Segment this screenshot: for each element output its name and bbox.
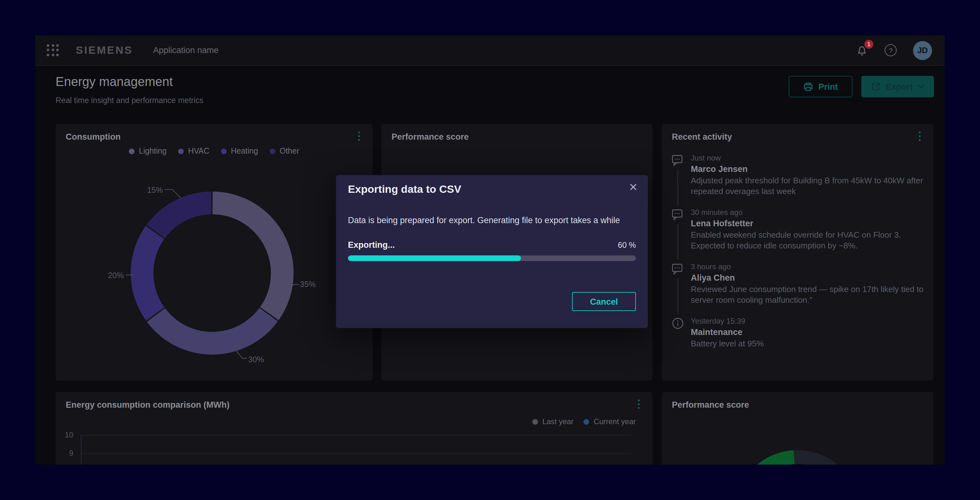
header-actions: 1 ? JD [856, 41, 932, 60]
notifications-button[interactable]: 1 [856, 44, 868, 57]
card-title: Consumption [66, 132, 121, 142]
export-icon [870, 81, 881, 92]
y-tick-9: 9 [57, 449, 73, 458]
close-icon[interactable]: ✕ [629, 182, 638, 193]
card-title: Performance score [391, 132, 469, 142]
application-name: Application name [153, 46, 218, 55]
page-title: Energy management [56, 75, 173, 89]
user-avatar[interactable]: JD [913, 41, 932, 60]
legend-dot [129, 148, 135, 154]
legend-dot [269, 148, 275, 154]
legend-label: Other [279, 147, 299, 155]
gridline [81, 435, 632, 436]
activity-description: Adjusted peak threshold for Building B f… [691, 175, 924, 196]
export-button[interactable]: Export [861, 76, 934, 97]
legend-label: Current year [594, 417, 636, 426]
activity-description: Battery level at 95% [691, 338, 924, 349]
kebab-menu-icon[interactable] [914, 131, 924, 144]
activity-time: 3 hours ago [691, 262, 924, 272]
legend-label: HVAC [188, 147, 210, 155]
activity-time: Yesterday 15:39 [691, 316, 924, 327]
activity-time: 30 minutes ago [691, 207, 924, 218]
card-title: Energy consumption comparison (MWh) [66, 400, 229, 410]
top-navigation-bar: SIEMENS Application name 1 ? JD [35, 35, 945, 66]
activity-description: Enabled weekend schedule override for HV… [691, 230, 924, 251]
legend-dot [584, 419, 589, 425]
gridline [81, 453, 632, 454]
progress-bar-fill [348, 256, 520, 261]
print-button[interactable]: Print [789, 76, 853, 97]
activity-name: Maintenance [691, 327, 924, 338]
timeline-connector [678, 224, 678, 260]
legend-label: Last year [542, 417, 574, 426]
legend-item[interactable]: Lighting [129, 147, 167, 155]
activity-list: Just nowMarco JensenAdjusted peak thresh… [672, 153, 924, 359]
kebab-menu-icon[interactable] [633, 399, 643, 412]
legend-item[interactable]: Heating [221, 147, 258, 155]
recent-activity-card: Recent activity Just nowMarco JensenAdju… [662, 124, 933, 380]
modal-message: Data is being prepared for export. Gener… [348, 216, 636, 225]
activity-name: Aliya Chen [691, 272, 924, 284]
consumption-card: Consumption LightingHVACHeatingOther 35%… [56, 124, 372, 380]
donut-label-30: 30% [248, 355, 264, 364]
donut-label-15: 15% [135, 186, 163, 195]
chat-bubble-icon [672, 263, 684, 275]
consumption-legend: LightingHVACHeatingOther [56, 147, 372, 155]
printer-icon [803, 81, 813, 92]
consumption-donut-chart [127, 188, 298, 358]
legend-dot [532, 419, 538, 425]
y-tick-10: 10 [57, 430, 73, 439]
page-subtitle: Real time insight and performance metric… [56, 96, 203, 105]
comparison-legend: Last yearCurrent year [532, 417, 636, 426]
activity-time: Just now [691, 153, 924, 164]
legend-label: Lighting [139, 147, 167, 155]
progress-header: Exporting... 60 % [348, 240, 636, 250]
export-modal: Exporting data to CSV ✕ Data is being pr… [336, 175, 648, 328]
timeline-connector [678, 278, 678, 314]
cancel-button[interactable]: Cancel [572, 292, 636, 311]
legend-item[interactable]: HVAC [178, 147, 210, 155]
screen: SIEMENS Application name 1 ? JD Energy m… [0, 0, 980, 500]
help-button[interactable]: ? [885, 44, 897, 56]
legend-dot [178, 148, 184, 154]
chat-bubble-icon [672, 209, 684, 220]
gauge-value: 48 [662, 462, 933, 465]
app-launcher-icon[interactable] [47, 44, 59, 57]
activity-name: Marco Jensen [691, 164, 924, 175]
kebab-menu-icon[interactable] [353, 131, 364, 144]
modal-title: Exporting data to CSV [348, 183, 461, 196]
activity-item: Just nowMarco JensenAdjusted peak thresh… [672, 153, 924, 196]
performance-score-card-bottom: Performance score 48 [662, 392, 933, 465]
activity-item: 3 hours agoAliya ChenReviewed June consu… [672, 262, 924, 305]
chat-bubble-icon [672, 154, 684, 166]
progress-label: Exporting... [348, 240, 395, 250]
legend-item[interactable]: Other [269, 147, 299, 155]
card-title: Recent activity [672, 132, 732, 142]
donut-label-20: 20% [96, 271, 124, 280]
activity-description: Reviewed June consumption trend — spike … [691, 284, 924, 305]
chevron-down-icon [918, 84, 925, 89]
donut-label-35: 35% [300, 280, 316, 289]
legend-dot [221, 148, 226, 154]
legend-item[interactable]: Last year [532, 417, 574, 426]
siemens-logo: SIEMENS [76, 44, 133, 57]
timeline-connector [678, 169, 678, 205]
activity-item: Yesterday 15:39MaintenanceBattery level … [672, 316, 924, 349]
info-icon [672, 317, 684, 329]
energy-comparison-card: Energy consumption comparison (MWh) Last… [56, 392, 652, 465]
legend-label: Heating [231, 147, 258, 155]
y-axis-line [81, 435, 81, 465]
progress-percentage: 60 % [618, 241, 636, 250]
notification-badge: 1 [864, 40, 873, 48]
activity-name: Lena Hofstetter [691, 218, 924, 230]
legend-item[interactable]: Current year [584, 417, 636, 426]
card-title: Performance score [672, 400, 749, 410]
question-icon: ? [889, 46, 892, 54]
progress-bar [348, 256, 636, 261]
activity-item: 30 minutes agoLena HofstetterEnabled wee… [672, 207, 924, 251]
